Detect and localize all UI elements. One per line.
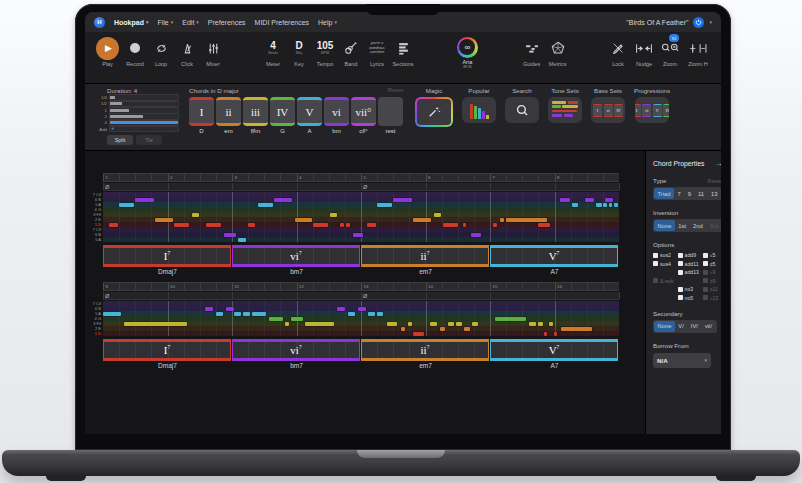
menu-item-hookpad[interactable]: Hookpad▾ [114, 19, 148, 26]
inversion-option-none[interactable]: None [654, 220, 675, 231]
note[interactable] [367, 223, 376, 227]
chord-button-face[interactable]: ii [216, 97, 241, 126]
note[interactable] [234, 312, 240, 316]
note[interactable] [174, 223, 189, 227]
chord-span[interactable]: I7 [103, 245, 231, 267]
note[interactable] [500, 218, 504, 222]
note[interactable] [340, 223, 344, 227]
chords-reset-button[interactable]: Reset [388, 87, 403, 94]
section-marker[interactable]: Ø [105, 292, 109, 300]
measure-ruler[interactable]: 12345678 [103, 173, 619, 182]
note[interactable] [448, 322, 453, 326]
menu-item-edit[interactable]: Edit▾ [182, 19, 199, 26]
section-marker[interactable]: Ø [363, 292, 367, 300]
hookpad-logo-icon[interactable]: H [94, 17, 105, 28]
secondary-option-v[interactable]: V/ [675, 321, 687, 332]
duration-row-1-2[interactable]: 1/2 [93, 101, 185, 106]
note[interactable] [206, 223, 221, 227]
option-5[interactable]: ♭5 [703, 252, 718, 258]
note[interactable] [572, 203, 578, 207]
sections-button[interactable]: Sections [390, 36, 416, 67]
menu-item-preferences[interactable]: Preferences [208, 19, 246, 26]
duration-row-Add[interactable]: Add+ [93, 127, 185, 132]
note[interactable] [413, 218, 431, 222]
chord-span[interactable]: ii7 [361, 245, 489, 267]
chord-button-face[interactable]: iii [243, 97, 268, 126]
chord-button-vii°[interactable]: vii°c♯° [351, 97, 376, 134]
duration-track[interactable] [109, 94, 179, 101]
chord-span[interactable]: V7 [490, 245, 618, 267]
chord-button-face[interactable]: vii° [351, 97, 376, 126]
note[interactable] [353, 233, 363, 237]
note[interactable] [538, 223, 550, 227]
zoom-horizontal-button[interactable]: Zoom H [683, 36, 713, 67]
type-option-9[interactable]: 9 [684, 188, 694, 199]
chord-button-face[interactable]: vi [324, 97, 349, 126]
chord-span[interactable]: vi7 [232, 245, 360, 267]
menu-item-file[interactable]: File▾ [157, 19, 173, 26]
tempo-control[interactable]: 105BPM Tempo [312, 36, 338, 67]
chord-button-vi[interactable]: vibm [324, 97, 349, 134]
band-button[interactable]: Band [338, 36, 364, 67]
note[interactable] [269, 317, 283, 321]
arrangement-canvas[interactable]: 12345678ØØ7 C♯6 B5 A4 G3 F♯2 E1 D7 C♯6 B… [85, 151, 645, 434]
key-control[interactable]: DMaj Key [286, 36, 312, 67]
note[interactable] [430, 322, 437, 326]
note[interactable] [603, 203, 607, 207]
note[interactable] [124, 322, 188, 326]
note[interactable] [549, 322, 553, 326]
guides-button[interactable]: Guides [519, 36, 545, 67]
split-button[interactable]: Split [107, 135, 133, 145]
note[interactable] [605, 198, 613, 202]
duration-row-1-4[interactable]: 1/4 [93, 95, 185, 100]
note[interactable] [440, 327, 445, 331]
duration-row-1[interactable]: 1 [93, 108, 185, 113]
note[interactable] [464, 327, 469, 331]
note[interactable] [119, 203, 134, 207]
search-button[interactable] [505, 97, 539, 123]
section-strip[interactable]: ØØ [103, 292, 619, 300]
note[interactable] [337, 307, 346, 311]
lyrics-button[interactable]: you're awondroussunshine Lyrics [364, 36, 390, 67]
zoom-button[interactable]: 91 Zoom [657, 36, 683, 67]
bass-sets-button[interactable]: IviIV [591, 97, 625, 123]
note[interactable] [224, 233, 236, 237]
note[interactable] [377, 312, 383, 316]
option-sus4[interactable]: sus4 [653, 261, 674, 267]
note[interactable] [387, 322, 397, 326]
option-add9[interactable]: add9 [678, 252, 699, 258]
magic-button[interactable] [415, 97, 453, 127]
option-no3[interactable]: no3 [678, 286, 699, 292]
option-sub[interactable]: Δ-sub [653, 278, 674, 284]
secondary-option-vii[interactable]: vii/ [701, 321, 715, 332]
note[interactable] [408, 322, 412, 326]
option-add11[interactable]: add11 [678, 261, 699, 267]
note-grid[interactable] [103, 301, 619, 336]
note[interactable] [495, 317, 526, 321]
option-add13[interactable]: add13 [678, 269, 699, 275]
note[interactable] [585, 198, 594, 202]
borrow-from-dropdown[interactable]: N/A ▾ [653, 353, 711, 368]
duration-track[interactable]: + [109, 126, 179, 133]
record-button[interactable]: Record [122, 36, 148, 67]
note[interactable] [274, 198, 292, 202]
note[interactable] [346, 223, 350, 227]
note[interactable] [538, 322, 543, 326]
chord-span[interactable]: V7 [490, 339, 618, 361]
lock-button[interactable]: Lock [605, 36, 631, 67]
click-button[interactable]: Click [174, 36, 200, 67]
note[interactable] [596, 203, 602, 207]
option-no5[interactable]: no5 [678, 295, 699, 301]
note[interactable] [443, 223, 458, 227]
note[interactable] [313, 223, 328, 227]
secondary-option-none[interactable]: None [654, 321, 675, 332]
option-sus2[interactable]: sus2 [653, 252, 674, 258]
measure-ruler[interactable]: 910111213141516 [103, 282, 619, 291]
inversion-option-1st[interactable]: 1st [675, 220, 690, 231]
progressions-tool[interactable]: Progressions IviVIV [634, 87, 670, 127]
type-option-7[interactable]: 7 [674, 188, 684, 199]
note[interactable] [109, 223, 118, 227]
note[interactable] [614, 203, 618, 207]
note[interactable] [330, 213, 337, 217]
note[interactable] [305, 322, 334, 326]
